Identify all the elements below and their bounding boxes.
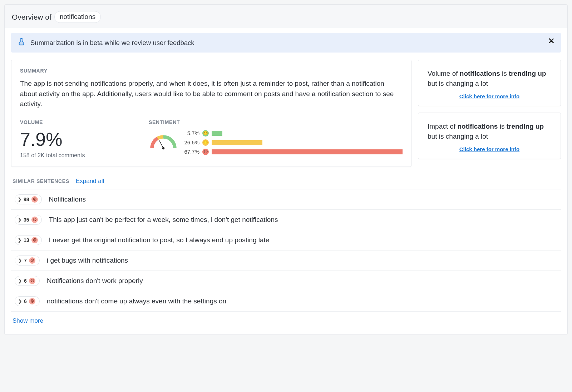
sentiment-neutral-row: 26.6% 😐 — [183, 139, 403, 146]
neutral-face-icon: 😐 — [202, 139, 209, 146]
sentiment-positive-pct: 5.7% — [183, 130, 199, 136]
chevron-right-icon: ❯ — [18, 258, 22, 263]
sentence-text: i get bugs with notifications — [47, 257, 128, 264]
overview-card: Overview of notifications Summarization … — [4, 4, 568, 335]
sentiment-label: SENTIMENT — [149, 119, 403, 125]
sentence-count: 7 — [24, 258, 27, 263]
sad-face-icon: ☹ — [31, 237, 38, 243]
sentence-count: 98 — [24, 197, 29, 202]
sentence-count-chip[interactable]: ❯98☹ — [15, 194, 42, 204]
sentence-count-chip[interactable]: ❯6☹ — [15, 276, 40, 286]
sad-face-icon: ☹ — [29, 278, 35, 284]
sentiment-bars: 5.7% 🙂 26.6% 😐 67.7% — [183, 130, 403, 155]
volume-caption: 158 of 2K total comments — [20, 152, 134, 159]
volume-value: 7.9% — [20, 130, 134, 149]
sentence-count: 13 — [24, 237, 29, 243]
sentence-count-chip[interactable]: ❯6☹ — [15, 296, 40, 306]
sentiment-neutral-bar — [212, 140, 262, 145]
chevron-right-icon: ❯ — [18, 217, 21, 222]
summary-text: The app is not sending notifications pro… — [20, 79, 403, 109]
trend-impact-text: Impact of notifications is trending up b… — [428, 121, 551, 141]
chevron-right-icon: ❯ — [18, 278, 22, 283]
sentence-text: Notifications don't work properly — [47, 277, 143, 285]
sentence-text: Notifications — [49, 195, 86, 203]
sentence-row: ❯7☹i get bugs with notifications — [11, 250, 561, 271]
sentiment-positive-bar — [212, 131, 222, 136]
sentence-count: 35 — [24, 217, 29, 223]
sentiment-negative-row: 67.7% ☹ — [183, 149, 403, 155]
sentiment-positive-row: 5.7% 🙂 — [183, 130, 403, 137]
trend-volume-text: Volume of notifications is trending up b… — [428, 69, 551, 88]
sentence-row: ❯13☹I never get the original notificatio… — [11, 230, 561, 250]
trend-volume-panel: Volume of notifications is trending up b… — [418, 60, 561, 106]
topic-chip[interactable]: notifications — [54, 11, 101, 23]
sentence-count-chip[interactable]: ❯13☹ — [15, 235, 42, 245]
happy-face-icon: 🙂 — [202, 130, 209, 137]
sad-face-icon: ☹ — [31, 217, 38, 223]
sentiment-neutral-pct: 26.6% — [183, 139, 199, 145]
flask-icon — [18, 38, 25, 48]
sentence-row: ❯35☹This app just can't be perfect for a… — [11, 210, 561, 230]
sentiment-negative-bar — [212, 149, 403, 154]
trend-impact-link[interactable]: Click here for more info — [428, 146, 551, 152]
sad-face-icon: ☹ — [29, 298, 35, 304]
sentence-count: 6 — [24, 278, 27, 284]
trend-impact-panel: Impact of notifications is trending up b… — [418, 113, 561, 159]
sentence-list: ❯98☹Notifications❯35☹This app just can't… — [11, 189, 561, 312]
show-more-link[interactable]: Show more — [13, 317, 43, 324]
sad-face-icon: ☹ — [31, 196, 38, 203]
sentence-text: notifications don't come up always even … — [47, 297, 226, 305]
summary-label: SUMMARY — [20, 68, 403, 74]
chevron-right-icon: ❯ — [18, 238, 21, 243]
volume-label: VOLUME — [20, 119, 134, 125]
sentence-count: 6 — [24, 298, 27, 304]
expand-all-link[interactable]: Expand all — [76, 178, 104, 185]
sentence-row: ❯6☹Notifications don't work properly — [11, 271, 561, 291]
sentence-count-chip[interactable]: ❯7☹ — [15, 255, 40, 266]
similar-header: SIMILAR SENTENCES Expand all — [13, 178, 559, 185]
sad-face-icon: ☹ — [29, 257, 35, 264]
sentence-count-chip[interactable]: ❯35☹ — [15, 215, 42, 225]
svg-line-1 — [159, 140, 163, 148]
chevron-right-icon: ❯ — [18, 197, 21, 202]
sentiment-metric: SENTIMENT — [149, 119, 403, 159]
header-prefix: Overview of — [12, 13, 51, 21]
beta-alert: Summarization is in beta while we review… — [11, 33, 561, 53]
sentence-row: ❯98☹Notifications — [11, 189, 561, 210]
chevron-right-icon: ❯ — [18, 299, 22, 304]
sentence-row: ❯6☹notifications don't come up always ev… — [11, 291, 561, 312]
sentiment-negative-pct: 67.7% — [183, 149, 199, 155]
beta-alert-text: Summarization is in beta while we review… — [30, 39, 194, 47]
sentiment-gauge-icon — [149, 133, 178, 153]
sad-face-icon: ☹ — [202, 149, 209, 155]
volume-metric: VOLUME 7.9% 158 of 2K total comments — [20, 119, 134, 159]
sentence-text: I never get the original notification to… — [49, 236, 270, 244]
summary-panel: SUMMARY The app is not sending notificat… — [11, 60, 411, 167]
trend-volume-link[interactable]: Click here for more info — [428, 93, 551, 99]
similar-label: SIMILAR SENTENCES — [13, 178, 69, 184]
header: Overview of notifications — [5, 5, 567, 28]
sentence-text: This app just can't be perfect for a wee… — [49, 216, 278, 224]
close-icon[interactable]: ✕ — [548, 37, 554, 45]
